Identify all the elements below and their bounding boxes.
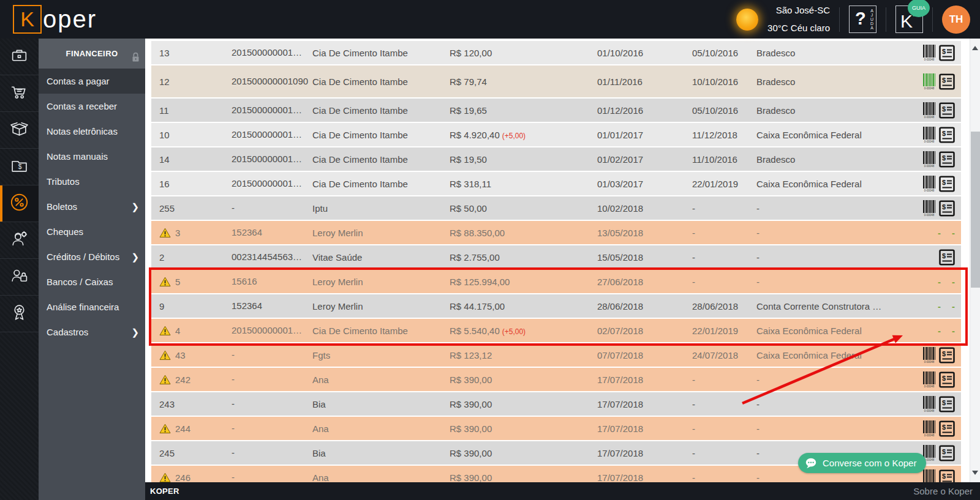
- invoice-icon[interactable]: $: [939, 73, 955, 90]
- rail-cart-button[interactable]: [0, 75, 39, 112]
- invoice-icon[interactable]: $: [939, 176, 955, 192]
- svg-text:$: $: [942, 472, 946, 479]
- table-row[interactable]: 255-IptuR$ 50,0010/02/2018--0-00048$: [151, 196, 961, 221]
- sidebar-item-notas-manuais[interactable]: Notas manuais: [39, 144, 145, 169]
- barcode-icon[interactable]: 0-00048: [923, 151, 935, 168]
- scroll-down-icon[interactable]: [972, 471, 978, 478]
- table-row[interactable]: 515616Leroy MerlinR$ 125.994,0027/06/201…: [151, 270, 961, 294]
- scroll-up-icon[interactable]: [972, 43, 978, 50]
- help-button[interactable]: ? AJUDA: [849, 6, 876, 33]
- cell-value: R$ 5.540,40(+5,00): [450, 326, 597, 336]
- rail-award-button[interactable]: [0, 296, 39, 332]
- sidebar-item-cadastros[interactable]: Cadastros❯: [39, 319, 145, 345]
- table-row[interactable]: 13201500000001…Cia De Cimento ItambeR$ 1…: [151, 41, 961, 65]
- table-row[interactable]: 9152364Leroy MerlinR$ 44.175,0028/06/201…: [151, 294, 961, 319]
- cell-issue-date: 28/06/2018: [597, 301, 692, 312]
- barcode-icon[interactable]: 0-00048: [923, 45, 935, 61]
- svg-text:0-00048: 0-00048: [924, 58, 935, 61]
- barcode-icon[interactable]: 0-00048: [923, 73, 935, 90]
- table-row[interactable]: 43-FgtsR$ 123,1207/07/201824/07/2018Caix…: [151, 343, 961, 368]
- cell-document: 15616: [232, 276, 312, 288]
- invoice-icon[interactable]: $: [939, 249, 955, 266]
- sidebar-item-bancos-caixas[interactable]: Bancos / Caixas: [39, 269, 145, 294]
- rail-folder-money-button[interactable]: $: [0, 149, 39, 185]
- scrollbar-thumb[interactable]: [971, 132, 980, 288]
- invoice-icon[interactable]: $: [939, 127, 955, 143]
- barcode-icon[interactable]: 0-00048: [923, 371, 935, 388]
- divider: [839, 7, 840, 32]
- sidebar-item-cheques[interactable]: Cheques: [39, 219, 145, 244]
- warning-icon: [159, 326, 171, 336]
- cell-document: -: [232, 447, 312, 459]
- cell-issue-date: 13/05/2018: [597, 228, 692, 238]
- invoice-icon[interactable]: $: [939, 200, 955, 217]
- warning-icon: [159, 375, 171, 385]
- barcode-icon[interactable]: 0-00048: [923, 200, 935, 217]
- cell-supplier: Cia De Cimento Itambe: [312, 179, 450, 189]
- barcode-icon[interactable]: 0-00048: [923, 102, 935, 119]
- table-row[interactable]: 11201500000001…Cia De Cimento ItambeR$ 1…: [151, 99, 961, 123]
- table-row[interactable]: 14201500000001…Cia De Cimento ItambeR$ 1…: [151, 147, 961, 172]
- invoice-icon[interactable]: $: [939, 371, 955, 388]
- barcode-icon[interactable]: 0-00048: [923, 347, 935, 364]
- rail-person-lock-button[interactable]: [0, 259, 39, 296]
- invoice-icon[interactable]: $: [939, 347, 955, 364]
- svg-text:$: $: [942, 129, 946, 136]
- sidebar-item-analise-financeira[interactable]: Análise financeira: [39, 294, 145, 319]
- cell-bank: -: [756, 399, 907, 409]
- rail-box-button[interactable]: [0, 112, 39, 149]
- value-delta: (+5,00): [502, 132, 526, 140]
- rail-worker-button[interactable]: [0, 222, 39, 259]
- sidebar-item-tributos[interactable]: Tributos: [39, 169, 145, 194]
- sidebar-item-label: Tributos: [47, 176, 80, 187]
- cell-bank: Bradesco: [756, 154, 907, 165]
- sidebar-item-contas-a-receber[interactable]: Contas a receber: [39, 94, 145, 119]
- table-row[interactable]: 242-AnaR$ 390,0017/07/2018--0-00048$: [151, 368, 961, 392]
- barcode-icon[interactable]: 0-00048: [923, 469, 935, 483]
- cell-value: R$ 4.920,40(+5,00): [450, 130, 597, 140]
- table-row[interactable]: 10201500000001…Cia De Cimento ItambeR$ 4…: [151, 123, 961, 147]
- table-row[interactable]: 4201500000001…Cia De Cimento ItambeR$ 5.…: [151, 319, 961, 343]
- invoice-icon[interactable]: $: [939, 445, 955, 461]
- invoice-icon[interactable]: $: [939, 102, 955, 119]
- svg-text:$: $: [942, 447, 946, 455]
- svg-text:$: $: [942, 252, 946, 259]
- cell-due-date: -: [692, 228, 756, 238]
- barcode-icon[interactable]: 0-00048: [923, 396, 935, 412]
- rail-percent-button[interactable]: [0, 185, 39, 222]
- table-row[interactable]: 12201500000001090Cia De Cimento ItambeR$…: [151, 65, 961, 99]
- cell-number: 3: [151, 228, 232, 238]
- barcode-icon[interactable]: 0-00048: [923, 127, 935, 143]
- cell-document: 201500000001…: [232, 154, 312, 165]
- invoice-icon[interactable]: $: [939, 469, 955, 483]
- sidebar-item-notas-eletronicas[interactable]: Notas eletrônicas: [39, 119, 145, 144]
- table-row[interactable]: 2002314454563…Vitae SaúdeR$ 2.755,0015/0…: [151, 245, 961, 270]
- barcode-icon[interactable]: 0-00048: [923, 420, 935, 437]
- cell-document: 152364: [232, 227, 312, 239]
- table-row[interactable]: 243-BiaR$ 390,0017/07/2018--0-00048$: [151, 392, 961, 417]
- table-row[interactable]: 244-AnaR$ 390,0017/07/2018--0-00048$: [151, 417, 961, 441]
- invoice-icon[interactable]: $: [939, 420, 955, 437]
- cell-number: 243: [151, 399, 232, 409]
- sidebar-item-contas-a-pagar[interactable]: Contas a pagar: [39, 69, 145, 94]
- cell-number: 245: [151, 448, 232, 458]
- cell-issue-date: 01/03/2017: [597, 179, 692, 189]
- invoice-icon[interactable]: $: [939, 151, 955, 168]
- invoice-icon[interactable]: $: [939, 396, 955, 412]
- cell-document: -: [232, 398, 312, 410]
- invoice-icon[interactable]: $: [939, 45, 955, 61]
- barcode-icon[interactable]: 0-00048: [923, 176, 935, 192]
- svg-text:0-00048: 0-00048: [924, 214, 935, 217]
- sidebar-item-creditos-debitos[interactable]: Créditos / Débitos❯: [39, 244, 145, 269]
- table-row[interactable]: 16201500000001…Cia De Cimento ItambeR$ 3…: [151, 172, 961, 196]
- table-row[interactable]: 3152364Leroy MerlinR$ 88.350,0013/05/201…: [151, 221, 961, 245]
- about-koper-link[interactable]: Sobre o Koper: [913, 486, 980, 496]
- cell-value: R$ 2.755,00: [450, 252, 597, 263]
- briefcase-icon: [10, 46, 29, 67]
- guide-button[interactable]: K GUIA: [895, 6, 923, 33]
- rail-briefcase-button[interactable]: [0, 39, 39, 75]
- chat-button[interactable]: Converse com o Koper: [798, 453, 926, 473]
- sidebar-item-label: Notas manuais: [47, 151, 108, 162]
- user-avatar[interactable]: TH: [942, 6, 970, 34]
- sidebar-item-boletos[interactable]: Boletos❯: [39, 194, 145, 219]
